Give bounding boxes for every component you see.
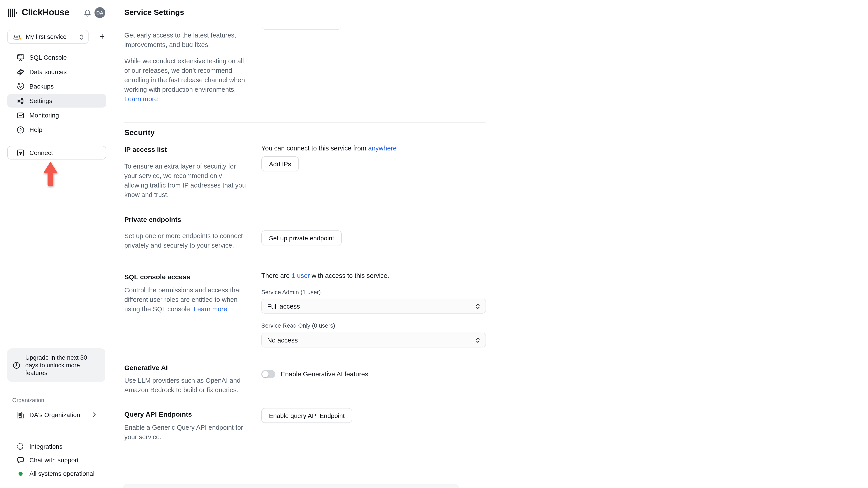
connect-from-text: You can connect to this service from	[261, 144, 368, 152]
generative-ai-toggle-row: Enable Generative AI features	[261, 370, 368, 378]
add-ips-button[interactable]: Add IPs	[261, 156, 299, 171]
users-prefix: There are	[261, 272, 291, 279]
private-endpoints-title: Private endpoints	[124, 216, 181, 223]
sidebar-item-sql-console[interactable]: SQL Console	[7, 51, 106, 64]
release-warning-body: While we conduct extensive testing on al…	[124, 57, 245, 93]
generative-ai-description: Use LLM providers such as OpenAI and Ama…	[124, 376, 247, 395]
service-selector[interactable]: aws My first service	[7, 30, 89, 44]
query-api-description: Enable a Generic Query API endpoint for …	[124, 423, 250, 442]
organization-name: DA's Organization	[29, 411, 80, 418]
help-icon: ?	[17, 126, 24, 133]
sql-access-description: Control the permissions and access that …	[124, 286, 246, 314]
chevron-updown-icon	[475, 303, 480, 309]
puzzle-icon	[17, 443, 24, 450]
chevron-updown-icon	[475, 337, 480, 343]
sidebar-item-backups[interactable]: Backups	[7, 79, 106, 93]
organization-item[interactable]: DA's Organization	[7, 408, 106, 422]
sql-console-icon	[17, 54, 24, 61]
chevron-updown-icon	[79, 34, 84, 40]
sidebar-item-integrations[interactable]: Integrations	[7, 440, 106, 453]
monitoring-icon	[17, 111, 24, 119]
app-window: ClickHouse DA aws My first service +	[0, 0, 868, 488]
service-name: My first service	[26, 33, 75, 40]
sidebar-item-monitoring[interactable]: Monitoring	[7, 108, 106, 122]
backups-icon	[17, 83, 24, 90]
release-intro-text: Get early access to the latest features,…	[124, 31, 246, 50]
upgrade-banner[interactable]: Upgrade in the next 30 days to unlock mo…	[7, 348, 105, 382]
query-api-endpoints-title: Query API Endpoints	[124, 410, 192, 418]
setup-private-endpoint-button[interactable]: Set up private endpoint	[261, 230, 342, 246]
service-admin-value: Full access	[267, 302, 300, 310]
service-readonly-label: Service Read Only (0 users)	[261, 322, 335, 329]
user-count-link[interactable]: 1 user	[291, 272, 310, 279]
ip-access-connect-text: You can connect to this service from any…	[261, 144, 397, 152]
connect-label: Connect	[29, 149, 53, 156]
connect-button[interactable]: Connect	[7, 146, 106, 160]
sidebar-item-label: SQL Console	[29, 54, 67, 61]
notifications-bell-icon[interactable]	[84, 9, 91, 17]
annotation-arrow-icon	[43, 162, 57, 187]
service-readonly-value: No access	[267, 336, 298, 344]
upgrade-text: Upgrade in the next 30 days to unlock mo…	[25, 354, 94, 377]
integrations-label: Integrations	[29, 443, 62, 450]
organization-section-label: Organization	[12, 397, 44, 403]
release-warning-text: While we conduct extensive testing on al…	[124, 57, 247, 104]
svg-text:aws: aws	[13, 34, 20, 38]
sidebar-item-label: Data sources	[29, 68, 67, 75]
page-header: Service Settings	[111, 0, 868, 25]
sql-access-users-text: There are 1 user with access to this ser…	[261, 272, 389, 279]
sql-console-access-title: SQL console access	[124, 273, 190, 281]
chevron-right-icon	[92, 412, 96, 418]
sidebar-item-label: Settings	[29, 97, 52, 104]
section-divider	[124, 123, 486, 123]
service-admin-select[interactable]: Full access	[261, 299, 486, 314]
sidebar-item-data-sources[interactable]: Data sources	[7, 65, 106, 78]
security-section-title: Security	[124, 128, 155, 137]
sidebar-item-help[interactable]: ? Help	[7, 123, 106, 136]
avatar-initials: DA	[96, 10, 103, 15]
release-learn-more-link[interactable]: Learn more	[124, 95, 158, 103]
brand-name: ClickHouse	[22, 7, 69, 18]
clickhouse-logo[interactable]: ClickHouse	[8, 7, 69, 18]
generative-ai-toggle[interactable]	[261, 370, 275, 378]
connect-wifi-icon	[17, 149, 24, 157]
sidebar-item-label: Backups	[29, 83, 54, 90]
sidebar-item-label: Help	[29, 126, 42, 133]
service-readonly-select[interactable]: No access	[261, 332, 486, 348]
sql-access-learn-more-link[interactable]: Learn more	[194, 305, 227, 313]
data-sources-icon	[17, 68, 24, 76]
users-suffix: with access to this service.	[310, 272, 389, 279]
anywhere-link[interactable]: anywhere	[368, 144, 397, 152]
sidebar-item-settings[interactable]: Settings	[7, 94, 106, 107]
sidebar-item-label: Monitoring	[29, 111, 59, 119]
chat-bubble-icon	[17, 456, 24, 464]
add-service-button[interactable]: +	[97, 31, 107, 42]
generative-ai-title: Generative AI	[124, 364, 168, 371]
release-channel-select-partial[interactable]	[262, 26, 341, 30]
generative-ai-toggle-label: Enable Generative AI features	[281, 370, 368, 378]
system-status[interactable]: All systems operational	[7, 467, 106, 480]
toggle-knob	[262, 371, 269, 377]
clock-icon	[13, 361, 20, 369]
sidebar: ClickHouse DA aws My first service +	[0, 0, 111, 488]
ip-access-description: To ensure an extra layer of security for…	[124, 162, 246, 200]
next-section-card-partial	[123, 484, 459, 488]
ip-access-list-title: IP access list	[124, 145, 167, 153]
enable-query-api-button[interactable]: Enable query API Endpoint	[261, 408, 352, 423]
building-icon	[17, 411, 24, 419]
status-label: All systems operational	[29, 470, 94, 477]
page-title: Service Settings	[124, 8, 184, 17]
chat-support-label: Chat with support	[29, 456, 79, 464]
aws-icon: aws	[12, 34, 22, 40]
status-green-dot-icon	[19, 471, 23, 476]
user-avatar[interactable]: DA	[94, 7, 105, 18]
sidebar-item-chat-support[interactable]: Chat with support	[7, 453, 106, 467]
clickhouse-logo-icon	[8, 7, 18, 18]
svg-text:?: ?	[20, 127, 22, 132]
service-admin-label: Service Admin (1 user)	[261, 289, 321, 295]
plus-icon: +	[100, 32, 105, 41]
settings-sliders-icon	[17, 97, 24, 105]
private-endpoints-description: Set up one or more endpoints to connect …	[124, 231, 251, 250]
